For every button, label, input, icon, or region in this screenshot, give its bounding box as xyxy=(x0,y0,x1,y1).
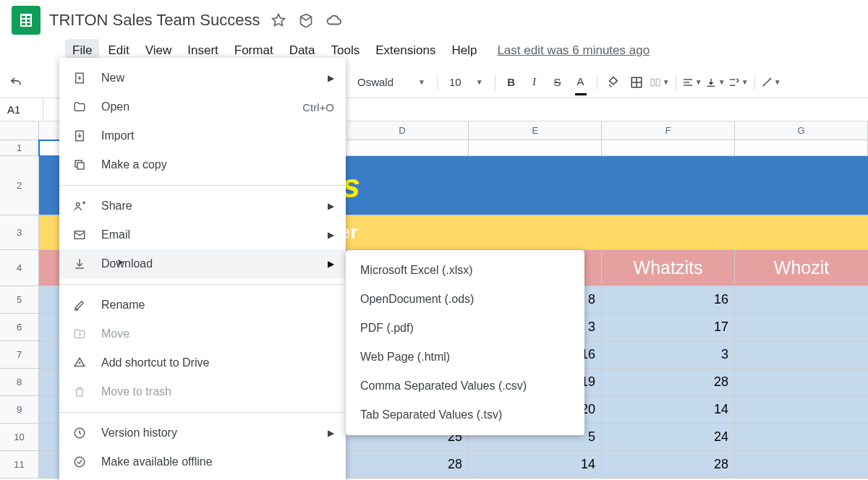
svg-point-26 xyxy=(77,203,80,207)
rename-icon xyxy=(71,299,88,312)
svg-rect-4 xyxy=(27,20,30,22)
menu-extensions[interactable]: Extensions xyxy=(368,39,443,62)
cell[interactable]: 14 xyxy=(602,396,735,424)
cell[interactable]: 17 xyxy=(602,314,735,341)
h-align-button[interactable]: ▼ xyxy=(682,72,702,93)
document-title[interactable]: TRITON Sales Team Success xyxy=(49,11,260,30)
chevron-right-icon: ▶ xyxy=(328,201,334,211)
merge-button[interactable]: ▼ xyxy=(650,72,670,93)
file-menu-import[interactable]: Import xyxy=(59,121,346,150)
separator xyxy=(597,74,597,90)
row-header[interactable]: 1 xyxy=(0,140,39,156)
file-menu-offline[interactable]: Make available offline xyxy=(59,447,346,476)
name-box[interactable]: A1 xyxy=(0,98,43,121)
text-color-button[interactable]: A xyxy=(571,72,591,93)
cell[interactable] xyxy=(735,140,868,156)
label: Add shortcut to Drive xyxy=(101,356,209,369)
row-header[interactable]: 7 xyxy=(0,341,39,369)
download-xlsx[interactable]: Microsoft Excel (.xlsx) xyxy=(346,256,584,285)
cell[interactable]: 16 xyxy=(602,286,735,314)
row-header[interactable]: 8 xyxy=(0,369,39,396)
borders-button[interactable] xyxy=(626,72,647,93)
download-pdf[interactable]: PDF (.pdf) xyxy=(346,314,584,343)
file-menu-add-shortcut[interactable]: Add shortcut to Drive xyxy=(59,348,346,377)
cell[interactable]: 28 xyxy=(602,369,735,396)
cell[interactable]: 28 xyxy=(602,451,735,479)
download-csv[interactable]: Comma Separated Values (.csv) xyxy=(346,372,584,400)
cell[interactable] xyxy=(735,396,868,424)
file-menu-version-history[interactable]: Version history ▶ xyxy=(59,419,346,447)
chevron-right-icon: ▶ xyxy=(328,73,334,83)
svg-point-36 xyxy=(75,457,85,467)
cell[interactable] xyxy=(602,140,735,156)
file-menu-dropdown: New ▶ Open Ctrl+O Import Make a copy Sha… xyxy=(59,58,346,480)
redo-button[interactable] xyxy=(29,72,49,93)
shortcut: Ctrl+O xyxy=(302,101,334,113)
cell[interactable] xyxy=(735,341,868,369)
move-folder-icon xyxy=(71,327,88,340)
cell[interactable]: 14 xyxy=(469,451,602,479)
cell[interactable] xyxy=(735,451,868,479)
strikethrough-button[interactable]: S xyxy=(548,72,568,93)
row-header[interactable]: 5 xyxy=(0,286,39,314)
cell[interactable]: 3 xyxy=(602,341,735,369)
download-icon xyxy=(71,257,88,270)
sheets-logo[interactable] xyxy=(12,6,41,35)
separator xyxy=(59,185,346,186)
row-header[interactable]: 4 xyxy=(0,250,39,286)
row-header[interactable]: 3 xyxy=(0,215,39,250)
file-menu-new[interactable]: New ▶ xyxy=(59,64,346,93)
select-all-corner[interactable] xyxy=(0,121,39,140)
file-menu-open[interactable]: Open Ctrl+O xyxy=(59,93,346,121)
cell[interactable] xyxy=(735,286,868,314)
rotate-button[interactable]: ▼ xyxy=(761,72,781,93)
header-cell-whozit[interactable]: Whozit xyxy=(735,250,868,286)
bold-button[interactable]: B xyxy=(501,72,522,93)
download-tsv[interactable]: Tab Separated Values (.tsv) xyxy=(346,400,584,429)
row-header[interactable]: 11 xyxy=(0,451,39,479)
svg-rect-1 xyxy=(22,16,25,18)
column-header-d[interactable]: D xyxy=(336,121,469,140)
file-menu-download[interactable]: Download ➤ ▶ xyxy=(59,249,346,278)
file-menu-email[interactable]: Email ▶ xyxy=(59,220,346,249)
star-icon[interactable] xyxy=(271,12,286,28)
cell[interactable] xyxy=(735,314,868,341)
drive-shortcut-icon xyxy=(71,356,88,369)
header-cell-whatzits[interactable]: Whatzits xyxy=(602,250,735,286)
row-header[interactable]: 9 xyxy=(0,396,39,424)
menu-help[interactable]: Help xyxy=(444,39,484,62)
row-header[interactable]: 2 xyxy=(0,156,39,215)
file-menu-rename[interactable]: Rename xyxy=(59,291,346,320)
fill-color-button[interactable] xyxy=(603,72,624,93)
file-menu-share[interactable]: Share ▶ xyxy=(59,192,346,220)
last-edit-link[interactable]: Last edit was 6 minutes ago xyxy=(497,43,650,58)
file-menu-move: Move xyxy=(59,320,346,348)
row-header[interactable]: 6 xyxy=(0,314,39,341)
svg-rect-12 xyxy=(656,79,660,85)
cell[interactable] xyxy=(735,424,868,451)
download-html[interactable]: Web Page (.html) xyxy=(346,343,584,372)
wrap-button[interactable]: ▼ xyxy=(728,72,749,93)
italic-button[interactable]: I xyxy=(524,72,545,93)
undo-button[interactable] xyxy=(6,72,26,93)
font-size-selector[interactable]: 10▼ xyxy=(443,73,489,91)
row-header[interactable]: 10 xyxy=(0,424,39,451)
column-header-g[interactable]: G xyxy=(735,121,868,140)
v-align-button[interactable]: ▼ xyxy=(705,72,726,93)
separator xyxy=(495,74,495,90)
file-menu-make-copy[interactable]: Make a copy xyxy=(59,150,346,179)
cell[interactable] xyxy=(469,140,602,156)
cell[interactable] xyxy=(336,140,469,156)
download-ods[interactable]: OpenDocument (.ods) xyxy=(346,285,584,314)
svg-rect-2 xyxy=(27,16,30,18)
cell[interactable] xyxy=(735,369,868,396)
caret-down-icon: ▼ xyxy=(741,78,749,86)
move-icon[interactable] xyxy=(299,12,313,28)
cell[interactable]: 24 xyxy=(602,424,735,451)
font-selector[interactable]: Oswald▼ xyxy=(352,73,431,91)
column-header-f[interactable]: F xyxy=(602,121,735,140)
column-header-e[interactable]: E xyxy=(469,121,602,140)
caret-down-icon: ▼ xyxy=(774,78,781,86)
cloud-icon[interactable] xyxy=(326,12,342,28)
cell[interactable]: 28 xyxy=(336,451,469,479)
